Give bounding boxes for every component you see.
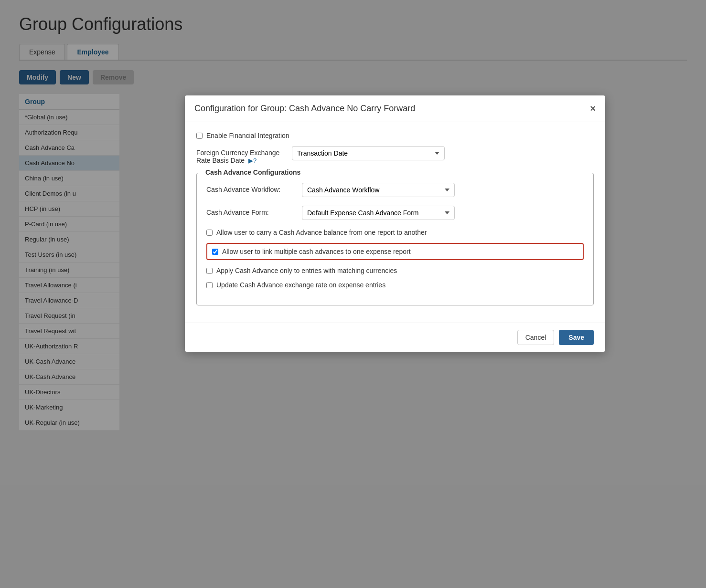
cancel-button[interactable]: Cancel xyxy=(517,330,555,345)
link-multiple-row: Allow user to link multiple cash advance… xyxy=(206,243,584,260)
update-exchange-rate-label: Update Cash Advance exchange rate on exp… xyxy=(216,281,385,289)
carry-balance-label: Allow user to carry a Cash Advance balan… xyxy=(216,229,427,236)
matching-currencies-label: Apply Cash Advance only to entries with … xyxy=(216,267,397,274)
carry-balance-row: Allow user to carry a Cash Advance balan… xyxy=(206,229,584,236)
form-control: Default Expense Cash Advance Form xyxy=(302,206,584,220)
matching-currencies-row: Apply Cash Advance only to entries with … xyxy=(206,267,584,274)
foreign-currency-control: Transaction Date Report Date Payment Dat… xyxy=(292,146,594,160)
config-section-title: Cash Advance Configurations xyxy=(203,168,303,176)
foreign-currency-label: Foreign Currency Exchange Rate Basis Dat… xyxy=(196,146,292,164)
modal-body: Enable Financial Integration Foreign Cur… xyxy=(185,122,605,323)
workflow-row: Cash Advance Workflow: Cash Advance Work… xyxy=(206,183,584,197)
foreign-currency-select[interactable]: Transaction Date Report Date Payment Dat… xyxy=(292,146,445,160)
workflow-control: Cash Advance Workflow xyxy=(302,183,584,197)
link-multiple-checkbox[interactable] xyxy=(212,249,218,255)
link-multiple-label: Allow user to link multiple cash advance… xyxy=(222,248,411,255)
enable-financial-integration-checkbox[interactable] xyxy=(196,133,203,139)
help-icon[interactable]: ▶? xyxy=(248,157,257,164)
carry-balance-checkbox[interactable] xyxy=(206,230,213,236)
update-exchange-rate-row: Update Cash Advance exchange rate on exp… xyxy=(206,281,584,289)
update-exchange-rate-checkbox[interactable] xyxy=(206,282,213,288)
form-select[interactable]: Default Expense Cash Advance Form xyxy=(302,206,455,220)
close-button[interactable]: × xyxy=(590,103,596,114)
foreign-currency-row: Foreign Currency Exchange Rate Basis Dat… xyxy=(196,146,594,164)
save-button[interactable]: Save xyxy=(559,330,594,345)
matching-currencies-checkbox[interactable] xyxy=(206,268,213,274)
modal-title: Configuration for Group: Cash Advance No… xyxy=(194,104,415,114)
modal-header: Configuration for Group: Cash Advance No… xyxy=(185,95,605,122)
workflow-label: Cash Advance Workflow: xyxy=(206,183,302,193)
workflow-select[interactable]: Cash Advance Workflow xyxy=(302,183,455,197)
cash-advance-config-section: Cash Advance Configurations Cash Advance… xyxy=(196,173,594,305)
modal-dialog: Configuration for Group: Cash Advance No… xyxy=(185,95,605,352)
form-label: Cash Advance Form: xyxy=(206,206,302,216)
modal-footer: Cancel Save xyxy=(185,323,605,352)
enable-financial-integration-label: Enable Financial Integration xyxy=(206,132,289,139)
form-row: Cash Advance Form: Default Expense Cash … xyxy=(206,206,584,220)
enable-financial-integration-row: Enable Financial Integration xyxy=(196,132,594,139)
